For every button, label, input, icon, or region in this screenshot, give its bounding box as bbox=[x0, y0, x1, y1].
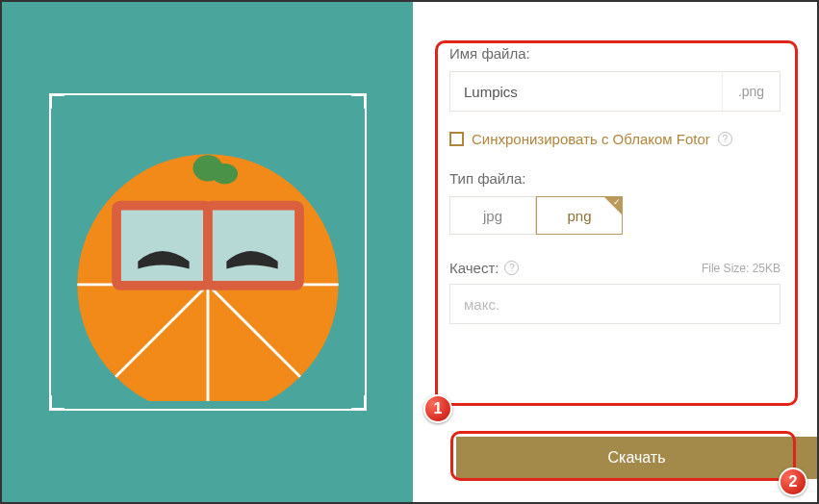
quality-label: Качест: bbox=[449, 260, 499, 276]
crop-handle-tl[interactable] bbox=[49, 93, 64, 109]
filetype-png-button[interactable]: png ✓ bbox=[536, 196, 623, 235]
quality-header: Качест: ? File Size: 25KB bbox=[449, 260, 781, 276]
filename-label: Имя файла: bbox=[449, 45, 781, 62]
filename-extension: .png bbox=[722, 72, 780, 111]
crop-handle-tr[interactable] bbox=[351, 93, 367, 109]
sync-row[interactable]: Синхронизировать с Облаком Fotor ? bbox=[449, 131, 781, 147]
preview-frame[interactable] bbox=[49, 93, 367, 411]
filename-row: .png bbox=[449, 71, 781, 112]
annotation-marker-2: 2 bbox=[779, 467, 807, 496]
sync-checkbox[interactable] bbox=[449, 132, 464, 146]
filesize-text: File Size: 25KB bbox=[702, 262, 781, 275]
filetype-jpg-label: jpg bbox=[483, 208, 502, 224]
annotation-marker-1: 1 bbox=[423, 394, 452, 423]
crop-handle-br[interactable] bbox=[351, 395, 367, 411]
crop-overlay[interactable] bbox=[49, 93, 367, 411]
app-container: Имя файла: .png Синхронизировать с Облак… bbox=[0, 0, 819, 504]
filename-input[interactable] bbox=[450, 72, 722, 111]
filetype-png-label: png bbox=[567, 208, 591, 224]
preview-pane bbox=[2, 2, 413, 502]
quality-select[interactable]: макс. bbox=[449, 284, 781, 324]
check-icon: ✓ bbox=[613, 197, 621, 207]
filetype-row: jpg png ✓ bbox=[449, 196, 781, 235]
download-button-label: Скачать bbox=[608, 449, 666, 466]
help-icon[interactable]: ? bbox=[504, 261, 519, 275]
crop-handle-bl[interactable] bbox=[49, 395, 64, 411]
download-button[interactable]: Скачать bbox=[456, 437, 817, 479]
sync-label: Синхронизировать с Облаком Fotor bbox=[472, 131, 710, 147]
filetype-label: Тип файла: bbox=[449, 170, 781, 187]
export-form: Имя файла: .png Синхронизировать с Облак… bbox=[413, 2, 817, 502]
help-icon[interactable]: ? bbox=[718, 132, 732, 146]
filetype-jpg-button[interactable]: jpg bbox=[449, 196, 536, 235]
quality-value: макс. bbox=[464, 296, 499, 313]
